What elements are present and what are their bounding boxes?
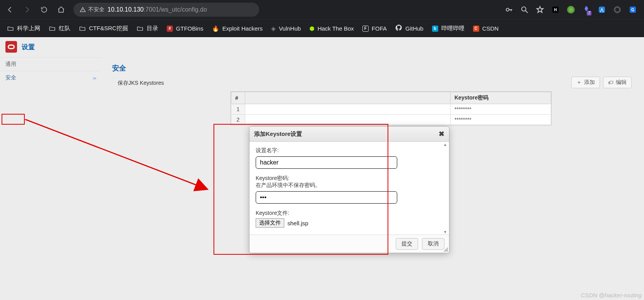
fofa-icon: F — [362, 26, 369, 32]
nav-back-button[interactable] — [3, 3, 17, 17]
col-password: Keystore密码 — [451, 92, 551, 104]
sidebar: 通用 安全 » — [0, 57, 101, 125]
bookmark-folder[interactable]: 目录 — [137, 25, 158, 32]
browser-chrome: 不安全 10.10.10.130:7001/ws_utc/config.do H… — [0, 0, 644, 37]
bookmark-vulnhub[interactable]: ◈VulnHub — [271, 25, 301, 32]
svg-point-3 — [522, 7, 526, 11]
oracle-logo — [5, 41, 17, 53]
flame-icon: 🔥 — [212, 25, 219, 32]
password-label: Keystore密码: — [256, 175, 443, 182]
bookmark-gtfobins[interactable]: #GTFOBins — [167, 25, 203, 32]
gtfo-icon: # — [167, 26, 173, 32]
file-label: Keystore文件: — [256, 210, 443, 217]
section-heading: 安全 — [112, 63, 635, 73]
page-body: 设置 通用 安全 » 安全 保存JKS Keystores ＋添加 🏷编辑 — [0, 37, 644, 300]
nav-reload-button[interactable] — [37, 3, 51, 17]
nav-home-button[interactable] — [54, 3, 68, 17]
dialog-close-button[interactable]: ✖ — [439, 130, 444, 138]
extension-circle-icon[interactable] — [613, 5, 622, 14]
bookmark-folder[interactable]: CTF&SRC挖掘 — [79, 25, 128, 32]
bookmark-hackthebox[interactable]: ⬢Hack The Box — [309, 25, 354, 32]
bookmark-folder[interactable]: 科学上网 — [7, 25, 40, 32]
zoom-icon[interactable] — [520, 5, 529, 14]
scroll-up-icon: ▴ — [444, 142, 446, 147]
selected-file-name: shell.jsp — [287, 220, 308, 226]
bookmark-github[interactable]: GitHub — [395, 24, 424, 33]
sidebar-item-security[interactable]: 安全 » — [0, 71, 101, 84]
dialog-body: 设置名字: Keystore密码: 在产品环境中不保存密码。 Keystore文… — [249, 142, 449, 235]
arrow-left-icon — [6, 6, 14, 14]
reload-icon — [40, 6, 48, 14]
sidebar-item-general[interactable]: 通用 — [0, 57, 101, 71]
csdn-icon: C — [473, 26, 479, 32]
main-panel: 安全 保存JKS Keystores ＋添加 🏷编辑 # Keystore密码 — [101, 57, 644, 125]
submit-button[interactable]: 提交 — [396, 238, 418, 250]
bookmark-csdn[interactable]: CCSDN — [473, 25, 499, 32]
password-key-icon[interactable] — [505, 5, 513, 14]
url-text: 10.10.10.130:7001/ws_utc/config.do — [108, 6, 207, 13]
bookmark-bilibili[interactable]: b哔哩哔哩 — [432, 25, 465, 32]
svg-point-2 — [506, 8, 509, 11]
insecure-label: 不安全 — [88, 6, 104, 13]
chrome-right-icons: H 7 ⋀ G — [505, 5, 641, 14]
cancel-button[interactable]: 取消 — [422, 238, 444, 250]
diamond-icon: ◈ — [271, 25, 276, 32]
dialog-title: 添加Keystore设置 — [254, 130, 302, 138]
plus-icon: ＋ — [576, 79, 582, 86]
cube-icon: ⬢ — [309, 25, 314, 32]
warning-icon — [80, 7, 86, 13]
page-header: 设置 — [0, 37, 644, 57]
bookmark-exploit[interactable]: 🔥Exploit Hackers — [212, 25, 263, 32]
dialog-header[interactable]: 添加Keystore设置 ✖ — [249, 127, 449, 142]
password-input[interactable] — [256, 191, 397, 204]
table-row[interactable]: 1******** — [231, 104, 551, 115]
dialog-footer: 提交 取消 — [249, 235, 449, 253]
extension-badge: 7 — [587, 11, 591, 15]
add-button[interactable]: ＋添加 — [571, 77, 600, 88]
svg-line-5 — [25, 119, 207, 189]
extension-blue-icon[interactable]: ⋀ — [598, 5, 606, 14]
dialog-scrollbar[interactable]: ▴▾ — [442, 142, 448, 235]
bookmark-star-icon[interactable] — [536, 5, 544, 14]
password-hint: 在产品环境中不保存密码。 — [256, 182, 443, 189]
bookmark-fofa[interactable]: FFOFA — [362, 25, 387, 32]
bookmarks-bar: 科学上网 红队 CTF&SRC挖掘 目录 #GTFOBins 🔥Exploit … — [0, 19, 644, 37]
table-row[interactable]: 2******** — [231, 115, 551, 125]
col-index: # — [231, 92, 245, 104]
arrow-right-icon — [23, 6, 31, 14]
keystore-table: # Keystore密码 1******** 2******** — [231, 91, 552, 125]
choose-file-button[interactable]: 选择文件 — [256, 218, 284, 228]
edit-button[interactable]: 🏷编辑 — [603, 77, 632, 88]
extension-h-icon[interactable]: H — [551, 5, 560, 14]
insecure-badge: 不安全 — [80, 6, 104, 13]
address-bar[interactable]: 不安全 10.10.10.130:7001/ws_utc/config.do — [73, 3, 259, 17]
extension-g-icon[interactable]: G — [629, 5, 637, 14]
svg-point-1 — [82, 11, 83, 11]
browser-toolbar: 不安全 10.10.10.130:7001/ws_utc/config.do H… — [0, 0, 644, 19]
extension-green-icon[interactable] — [567, 5, 575, 14]
col-hidden — [245, 92, 451, 104]
annotation-arrow — [25, 119, 218, 197]
svg-line-4 — [526, 11, 528, 13]
scroll-down-icon: ▾ — [444, 229, 446, 235]
extension-puzzle-icon[interactable]: 7 — [582, 5, 591, 14]
page-title: 设置 — [22, 43, 35, 51]
table-toolbar: ＋添加 🏷编辑 — [231, 77, 635, 88]
add-keystore-dialog: 添加Keystore设置 ✖ 设置名字: Keystore密码: 在产品环境中不… — [249, 126, 449, 253]
home-icon — [57, 6, 65, 14]
resize-grip[interactable] — [442, 246, 448, 252]
watermark: CSDN @hacker-routing — [581, 292, 642, 298]
chevron-right-icon: » — [92, 75, 96, 81]
name-label: 设置名字: — [256, 147, 443, 154]
nav-forward-button[interactable] — [20, 3, 34, 17]
tag-icon: 🏷 — [608, 79, 613, 86]
name-input[interactable] — [256, 156, 397, 169]
bili-icon: b — [432, 26, 438, 32]
bookmark-folder[interactable]: 红队 — [49, 25, 70, 32]
github-icon — [395, 24, 402, 33]
